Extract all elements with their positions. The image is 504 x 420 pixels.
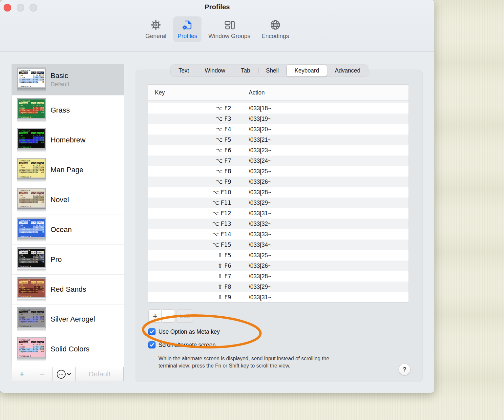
set-default-button[interactable]: Default — [76, 367, 123, 381]
keybinding-row[interactable]: ⌥ F12 \033[31~ — [148, 208, 409, 219]
keybinding-row[interactable]: ⌥ F5 \033[21~ — [148, 135, 409, 145]
toolbar-item-window-groups[interactable]: Window Groups — [204, 16, 255, 42]
window-groups-icon — [223, 19, 236, 31]
key-cell: ⌥ F7 — [148, 158, 240, 164]
terminal-preview: Terminal#COMMAND%CPURPRVTtop4.1%231KXcod… — [18, 308, 45, 327]
add-profile-button[interactable]: + — [12, 367, 32, 381]
profile-list-item-man-page[interactable]: Terminal#COMMAND%CPURPRVTtop4.1%231KXcod… — [12, 155, 124, 185]
profile-list-item-basic[interactable]: Terminal#COMMAND%CPURPRVTtop4.1%231KXcod… — [12, 64, 124, 95]
keybinding-row[interactable]: ⌥ F11 \033[29~ — [148, 198, 409, 208]
checkbox-checked-icon[interactable] — [148, 341, 156, 348]
key-cell: ⌥ F13 — [148, 220, 240, 227]
tab-text[interactable]: Text — [171, 65, 197, 76]
profile-name: Basic — [51, 72, 69, 80]
checkbox-checked-icon[interactable] — [148, 328, 156, 335]
keybinding-row[interactable]: ⌥ F7 \033[24~ — [148, 156, 409, 166]
action-cell: \033[33~ — [240, 231, 271, 238]
profile-name: Ocean — [51, 225, 72, 234]
tab-shell[interactable]: Shell — [258, 65, 287, 76]
add-keybinding-button[interactable]: + — [148, 309, 162, 323]
tab-advanced[interactable]: Advanced — [327, 65, 368, 76]
action-cell: \033[28~ — [240, 273, 271, 280]
thumbnail-reflection — [17, 149, 46, 152]
profile-list-item-homebrew[interactable]: Terminal#COMMAND%CPURPRVTtop4.1%231KXcod… — [12, 125, 124, 155]
globe-icon — [269, 19, 282, 31]
profile-thumbnail: Terminal#COMMAND%CPURPRVTtop4.1%231KXcod… — [17, 218, 46, 239]
terminal-preview: Terminal#COMMAND%CPURPRVTtop4.1%231KXcod… — [18, 159, 45, 178]
preferences-toolbar: General — [0, 16, 434, 42]
keybinding-row[interactable]: ⌥ F6 \033[23~ — [148, 145, 409, 156]
terminal-preview: Terminal#COMMAND%CPURPRVTtop4.1%231KXcod… — [18, 189, 45, 207]
keybinding-row[interactable]: ⌥ F14 \033[33~ — [148, 229, 409, 240]
profile-list-item-novel[interactable]: Terminal#COMMAND%CPURPRVTtop4.1%231KXcod… — [12, 185, 124, 215]
remove-keybinding-button[interactable]: − — [161, 309, 175, 323]
profile-name: Grass — [51, 106, 70, 115]
keybinding-row[interactable]: ⇧ F6 \033[26~ — [148, 261, 409, 271]
keybinding-row[interactable]: ⇧ F5 \033[25~ — [148, 250, 409, 261]
toolbar-item-general[interactable]: General — [141, 16, 171, 42]
key-cell: ⌥ F6 — [148, 147, 240, 154]
key-cell: ⇧ F6 — [148, 262, 240, 269]
key-cell: ⇧ F7 — [148, 273, 240, 280]
use-option-as-meta-checkbox-row[interactable]: Use Option as Meta key — [148, 328, 220, 336]
terminal-preview: Terminal#COMMAND%CPURPRVTtop4.1%231KXcod… — [18, 69, 45, 87]
titlebar: Profiles Gen — [0, 0, 434, 52]
profile-list-item-grass[interactable]: Terminal#COMMAND%CPURPRVTtop4.1%231KXcod… — [12, 95, 124, 125]
profile-list-item-solid-colors[interactable]: Terminal#COMMAND%CPURPRVTtop4.1%231KXcod… — [12, 334, 124, 364]
profile-name: Pro — [51, 255, 62, 264]
profile-thumbnail: Terminal#COMMAND%CPURPRVTtop4.1%231KXcod… — [17, 98, 46, 119]
toolbar-item-profiles[interactable]: Profiles — [173, 16, 201, 42]
profile-name: Homebrew — [51, 136, 85, 144]
keybinding-row[interactable]: ⌥ F13 \033[32~ — [148, 219, 409, 229]
keybinding-row[interactable]: ⌥ F9 \033[26~ — [148, 177, 409, 187]
profile-name: Solid Colors — [51, 345, 90, 353]
profile-name: Novel — [51, 196, 69, 204]
keybinding-row[interactable]: ⇧ F8 \033[29~ — [148, 282, 409, 292]
profile-actions-menu-button[interactable]: ⋯ — [52, 367, 76, 381]
thumbnail-reflection — [17, 328, 46, 331]
tab-window[interactable]: Window — [197, 65, 233, 76]
action-cell: \033[29~ — [240, 284, 271, 290]
tab-tab[interactable]: Tab — [233, 65, 258, 76]
edit-keybinding-button[interactable]: Edit — [176, 309, 193, 323]
key-cell: ⌥ F3 — [148, 116, 240, 122]
keybindings-table[interactable]: Key Action ⌥ F2 \033[18~ ⌥ F3 \033[19~ ⌥… — [148, 85, 409, 302]
action-cell: \033[26~ — [240, 178, 271, 185]
profile-thumbnail: Terminal#COMMAND%CPURPRVTtop4.1%231KXcod… — [17, 128, 46, 149]
keybinding-row[interactable]: ⌥ F8 \033[25~ — [148, 166, 409, 177]
action-cell: \033[23~ — [240, 147, 271, 154]
profile-default-badge: Default — [51, 81, 69, 88]
tab-keyboard[interactable]: Keyboard — [287, 65, 327, 76]
keyboard-tab-pane: Key Action ⌥ F2 \033[18~ ⌥ F3 \033[19~ ⌥… — [136, 70, 422, 382]
keybinding-row[interactable]: ⇧ F7 \033[28~ — [148, 271, 409, 282]
toolbar-label: Encodings — [262, 33, 289, 40]
key-cell: ⌥ F12 — [148, 210, 240, 217]
profile-list-controls: + − ⋯ Default — [12, 367, 124, 381]
toolbar-item-encodings[interactable]: Encodings — [257, 16, 293, 42]
help-button[interactable]: ? — [399, 364, 410, 375]
thumbnail-reflection — [17, 358, 46, 361]
profile-list-item-pro[interactable]: Terminal#COMMAND%CPURPRVTtop4.1%231KXcod… — [12, 245, 124, 275]
keybinding-row[interactable]: ⌥ F15 \033[34~ — [148, 240, 409, 250]
keybinding-row[interactable]: ⌥ F3 \033[19~ — [148, 114, 409, 124]
profile-list-item-silver-aerogel[interactable]: Terminal#COMMAND%CPURPRVTtop4.1%231KXcod… — [12, 304, 124, 334]
keybinding-row[interactable]: ⌥ F4 \033[20~ — [148, 124, 409, 135]
terminal-preview: Terminal#COMMAND%CPURPRVTtop4.1%231KXcod… — [18, 338, 45, 357]
keybinding-row[interactable]: ⌥ F10 \033[28~ — [148, 187, 409, 198]
profile-list-item-red-sands[interactable]: Terminal#COMMAND%CPURPRVTtop4.1%231KXcod… — [12, 275, 124, 304]
thumbnail-reflection — [17, 89, 46, 92]
terminal-preview: Terminal#COMMAND%CPURPRVTtop4.1%231KXcod… — [18, 249, 45, 267]
keybinding-row[interactable]: ⇧ F9 \033[31~ — [148, 292, 409, 302]
key-cell: ⌥ F2 — [148, 105, 240, 112]
scroll-alternate-screen-checkbox-row[interactable]: Scroll alternate screen — [148, 341, 216, 349]
key-cell: ⌥ F8 — [148, 168, 240, 175]
profile-list[interactable]: Terminal#COMMAND%CPURPRVTtop4.1%231KXcod… — [12, 64, 124, 367]
key-cell: ⇧ F5 — [148, 252, 240, 259]
terminal-preview: Terminal#COMMAND%CPURPRVTtop4.1%231KXcod… — [18, 129, 45, 148]
profile-list-item-ocean[interactable]: Terminal#COMMAND%CPURPRVTtop4.1%231KXcod… — [12, 215, 124, 245]
action-column-header: Action — [249, 89, 265, 96]
key-cell: ⌥ F9 — [148, 178, 240, 185]
keybinding-row[interactable]: ⌥ F2 \033[18~ — [148, 103, 409, 114]
remove-profile-button[interactable]: − — [32, 367, 52, 381]
key-cell: ⌥ F10 — [148, 189, 240, 196]
